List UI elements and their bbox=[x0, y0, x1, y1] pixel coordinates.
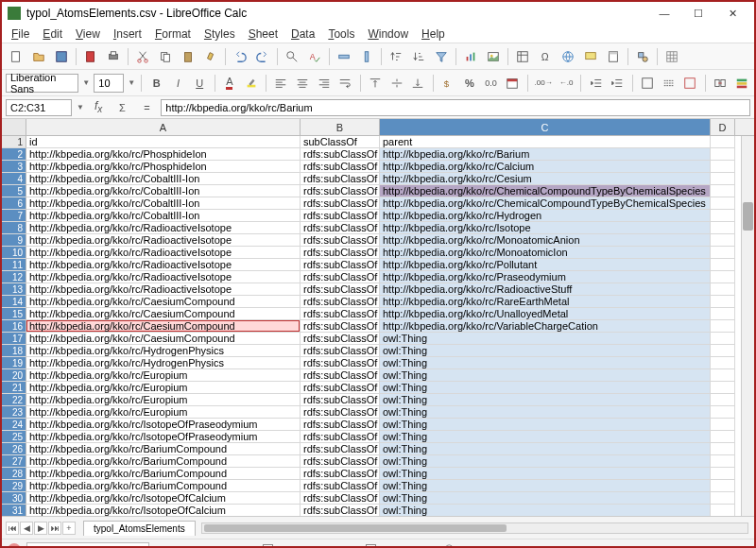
menu-edit[interactable]: Edit bbox=[37, 26, 68, 43]
cell[interactable]: http://kbpedia.org/kko/rc/Hydrogen bbox=[380, 210, 711, 222]
row-header[interactable]: 16 bbox=[2, 320, 26, 333]
cell[interactable]: http://kbpedia.org/kko/rc/Europium bbox=[26, 406, 301, 419]
cell[interactable]: http://kbpedia.org/kko/rc/Isotope bbox=[380, 222, 711, 234]
cell[interactable]: http://kbpedia.org/kko/rc/Europium bbox=[26, 382, 301, 394]
find-options-icon[interactable] bbox=[440, 539, 461, 549]
cell[interactable] bbox=[711, 505, 735, 516]
cut-icon[interactable] bbox=[132, 46, 153, 67]
cell[interactable]: http://kbpedia.org/kko/rc/CaesiumCompoun… bbox=[26, 296, 301, 308]
cell[interactable]: http://kbpedia.org/kko/rc/MonoatomicIon bbox=[380, 247, 711, 259]
cell[interactable] bbox=[711, 492, 735, 505]
number-icon[interactable]: 0.0 bbox=[482, 73, 500, 94]
cell[interactable]: http://kbpedia.org/kko/rc/CaesiumCompoun… bbox=[26, 333, 301, 345]
cell[interactable] bbox=[711, 136, 735, 148]
cell[interactable]: owl:Thing bbox=[380, 382, 711, 394]
column-header-d[interactable]: D bbox=[711, 119, 735, 135]
row-header[interactable]: 4 bbox=[2, 173, 26, 185]
bold-icon[interactable]: B bbox=[147, 73, 165, 94]
cell[interactable]: http://kbpedia.org/kko/rc/Calcium bbox=[380, 161, 711, 173]
cell[interactable]: rdfs:subClassOf bbox=[301, 271, 380, 283]
cell[interactable]: http://kbpedia.org/kko/rc/Pollutant bbox=[380, 259, 711, 271]
wrap-text-icon[interactable] bbox=[336, 73, 354, 94]
cell[interactable]: rdfs:subClassOf bbox=[301, 406, 380, 419]
close-findbar-icon[interactable]: ✕ bbox=[8, 543, 21, 549]
cell[interactable]: http://kbpedia.org/kko/rc/IsotopeOfPrase… bbox=[26, 431, 301, 443]
cell[interactable]: http://kbpedia.org/kko/rc/RadioactiveIso… bbox=[26, 259, 301, 271]
chevron-down-icon[interactable]: ▼ bbox=[82, 78, 90, 87]
cell[interactable]: http://kbpedia.org/kko/rc/CaesiumCompoun… bbox=[26, 308, 301, 320]
cell[interactable] bbox=[711, 247, 735, 259]
name-box[interactable]: C2:C31 bbox=[6, 99, 72, 116]
cell[interactable]: owl:Thing bbox=[380, 480, 711, 492]
cell[interactable]: http://kbpedia.org/kko/rc/Europium bbox=[26, 394, 301, 406]
cell[interactable]: http://kbpedia.org/kko/rc/RadioactiveIso… bbox=[26, 234, 301, 247]
row-header[interactable]: 14 bbox=[2, 296, 26, 308]
menu-tools[interactable]: Tools bbox=[322, 26, 360, 43]
cell[interactable]: http://kbpedia.org/kko/rc/BariumCompound bbox=[26, 480, 301, 492]
cell[interactable]: rdfs:subClassOf bbox=[301, 210, 380, 222]
row-header[interactable]: 20 bbox=[2, 369, 26, 382]
cell[interactable]: http://kbpedia.org/kko/rc/RareEarthMetal bbox=[380, 296, 711, 308]
merge-cells-icon[interactable] bbox=[712, 73, 730, 94]
cell[interactable]: http://kbpedia.org/kko/rc/IsotopeOfCalci… bbox=[26, 492, 301, 505]
formatted-display-checkbox[interactable]: Formatted Display bbox=[263, 544, 360, 549]
cell[interactable]: http://kbpedia.org/kko/rc/Cesium bbox=[380, 173, 711, 185]
valign-middle-icon[interactable] bbox=[387, 73, 405, 94]
row-header[interactable]: 12 bbox=[2, 271, 26, 283]
sort-desc-icon[interactable] bbox=[408, 46, 429, 67]
italic-icon[interactable]: I bbox=[169, 73, 187, 94]
border-style-icon[interactable] bbox=[660, 73, 678, 94]
add-sheet-icon[interactable]: + bbox=[62, 522, 76, 535]
row-header[interactable]: 5 bbox=[2, 185, 26, 197]
cell[interactable] bbox=[711, 345, 735, 357]
row-header[interactable]: 27 bbox=[2, 455, 26, 468]
save-icon[interactable] bbox=[51, 46, 72, 67]
cell[interactable]: http://kbpedia.org/kko/rc/RadioactiveIso… bbox=[26, 247, 301, 259]
last-sheet-icon[interactable]: ⏭ bbox=[48, 522, 61, 535]
cell[interactable] bbox=[711, 419, 735, 431]
cell[interactable]: http://kbpedia.org/kko/rc/Europium bbox=[26, 369, 301, 382]
spellcheck-icon[interactable]: A bbox=[304, 46, 325, 67]
undo-icon[interactable] bbox=[230, 46, 250, 67]
cell[interactable] bbox=[711, 382, 735, 394]
cell[interactable]: id bbox=[26, 136, 301, 148]
cell[interactable] bbox=[711, 455, 735, 468]
cell[interactable] bbox=[711, 394, 735, 406]
cell[interactable]: http://kbpedia.org/kko/rc/Praseodymium bbox=[380, 271, 711, 283]
cell[interactable]: rdfs:subClassOf bbox=[301, 320, 380, 333]
cell[interactable]: rdfs:subClassOf bbox=[301, 505, 380, 516]
cell[interactable]: rdfs:subClassOf bbox=[301, 173, 380, 185]
cell[interactable]: http://kbpedia.org/kko/rc/ChemicalCompou… bbox=[380, 197, 711, 210]
row-header[interactable]: 19 bbox=[2, 357, 26, 369]
minimize-button[interactable]: — bbox=[648, 4, 680, 23]
select-all-corner[interactable] bbox=[2, 119, 26, 135]
cell[interactable]: http://kbpedia.org/kko/rc/BariumCompound bbox=[26, 443, 301, 455]
cell[interactable]: owl:Thing bbox=[380, 357, 711, 369]
menu-format[interactable]: Format bbox=[149, 26, 197, 43]
menu-sheet[interactable]: Sheet bbox=[243, 26, 284, 43]
cell[interactable] bbox=[711, 259, 735, 271]
find-all-button[interactable]: Find All bbox=[223, 544, 257, 549]
remove-decimal-icon[interactable]: ←.0 bbox=[558, 73, 576, 94]
cell[interactable]: rdfs:subClassOf bbox=[301, 455, 380, 468]
cell[interactable]: rdfs:subClassOf bbox=[301, 345, 380, 357]
find-next-icon[interactable]: ▼ bbox=[197, 539, 217, 549]
sheet-tab[interactable]: typol_AtomsElements bbox=[83, 521, 196, 536]
column-header-b[interactable]: B bbox=[301, 119, 380, 135]
headers-footers-icon[interactable] bbox=[603, 46, 624, 67]
cell[interactable]: owl:Thing bbox=[380, 455, 711, 468]
horizontal-scrollbar[interactable] bbox=[201, 522, 748, 534]
hyperlink-icon[interactable] bbox=[558, 46, 578, 67]
special-char-icon[interactable]: Ω bbox=[535, 46, 556, 67]
sum-icon[interactable]: Σ bbox=[112, 97, 132, 118]
row-header[interactable]: 24 bbox=[2, 419, 26, 431]
vertical-scrollbar[interactable] bbox=[741, 136, 754, 516]
cell[interactable]: rdfs:subClassOf bbox=[301, 222, 380, 234]
copy-icon[interactable] bbox=[155, 46, 176, 67]
valign-top-icon[interactable] bbox=[367, 73, 385, 94]
cell[interactable] bbox=[711, 185, 735, 197]
cell[interactable] bbox=[711, 173, 735, 185]
cell[interactable]: http://kbpedia.org/kko/rc/CobaltIII-Ion bbox=[26, 210, 301, 222]
cell[interactable] bbox=[711, 222, 735, 234]
cell[interactable]: subClassOf bbox=[301, 136, 380, 148]
